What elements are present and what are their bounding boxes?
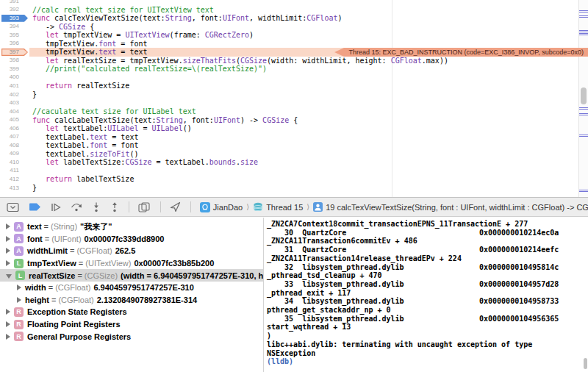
gutter-cell[interactable]: 391	[0, 0, 29, 6]
gutter-cell[interactable]: 408	[0, 141, 29, 150]
gutter-cell[interactable]: 398	[0, 57, 29, 65]
variable-row-exception-state-registers[interactable]: RException State Registers	[0, 306, 263, 318]
minimap-mark	[579, 135, 588, 137]
code-token: UITextView	[125, 31, 169, 39]
simulate-location-button[interactable]	[170, 201, 181, 212]
debug-view-hierarchy-button[interactable]	[138, 202, 151, 212]
variable-row-font[interactable]: Afont=(UIFont)0x00007fc339dd8900	[0, 233, 263, 246]
gutter-cell[interactable]: 394	[0, 23, 29, 32]
variable-row-realtextsize[interactable]: LrealTextSize=(CGSize)(width = 6.9404597…	[0, 269, 263, 282]
code-token: , font:	[183, 116, 214, 124]
console-line: 33 libsystem_pthread.dylib 0x00000001049…	[267, 280, 588, 289]
code-line-408[interactable]: 408textLabel.font = font	[0, 141, 578, 150]
code-line-413[interactable]: 413}	[0, 184, 578, 193]
variable-row-tmptextview[interactable]: LtmpTextView=(UITextView)0x00007fc33b85b…	[0, 257, 263, 270]
code-token: //print("calculated realTextSize=\(realT…	[46, 65, 267, 73]
step-into-button[interactable]	[92, 202, 101, 212]
code-line-406[interactable]: 406let textLabel:UILabel = UILabel()	[0, 124, 578, 133]
gutter-cell[interactable]: 406	[0, 124, 29, 133]
code-line-398[interactable]: 398let realTextSize = tmpTextView.sizeTh…	[0, 57, 578, 65]
lldb-prompt[interactable]: (lldb)	[267, 357, 588, 366]
variable-value: 0x00007fc339dd8900	[85, 235, 165, 243]
step-out-button[interactable]	[110, 202, 119, 212]
gutter-cell[interactable]: 392	[0, 6, 29, 15]
code-token: String	[165, 14, 192, 22]
code-line-404[interactable]: 404//caculate text size for UILabel text	[0, 107, 578, 116]
gutter-cell[interactable]: 399	[0, 65, 29, 74]
variable-type: (CGFloat)	[58, 296, 93, 304]
code-line-396[interactable]: 396tmpTextView.font = font	[0, 40, 578, 49]
code-line-402[interactable]: 402}	[0, 90, 578, 99]
gutter-cell[interactable]: 403	[0, 99, 29, 108]
editor-scrollbar-thumb[interactable]	[581, 87, 587, 104]
code-line-407[interactable]: 407textLabel.text = text	[0, 133, 578, 142]
disclosure-triangle-collapsed[interactable]	[6, 321, 10, 327]
source-editor[interactable]: 391392//calc real text size for UITextVi…	[0, 0, 588, 197]
hide-debug-area-button[interactable]	[7, 202, 19, 212]
editor-scrollbar-strip[interactable]	[578, 0, 588, 197]
minimap-mark	[579, 15, 588, 18]
code-line-392[interactable]: 392//calc real text size for UITextView …	[0, 6, 578, 15]
breadcrumb-app-name[interactable]: JianDao	[213, 203, 243, 212]
disclosure-triangle-collapsed[interactable]	[6, 236, 10, 242]
disclosure-triangle-collapsed[interactable]	[6, 334, 10, 340]
variable-row-text[interactable]: Atext=(String)"我来了"	[0, 221, 263, 233]
disclosure-triangle-collapsed[interactable]	[6, 260, 10, 266]
code-line-393[interactable]: 393func calcTexViewTextSize(text:String,…	[0, 14, 578, 23]
disclosure-triangle-collapsed[interactable]	[6, 309, 10, 315]
gutter-cell[interactable]: 410	[0, 158, 29, 167]
code-text	[29, 0, 578, 6]
code-line-405[interactable]: 405func calcLabelTextSize(text:String, f…	[0, 116, 578, 125]
gutter-cell[interactable]: 395	[0, 31, 29, 40]
variable-name: realTextSize	[29, 271, 75, 280]
gutter-cell[interactable]: 412	[0, 175, 29, 184]
variable-row-floating-point-registers[interactable]: RFloating Point Registers	[0, 318, 263, 331]
variable-name: width	[25, 283, 46, 292]
gutter-cell[interactable]: 400	[0, 74, 29, 82]
exception-annotation-badge[interactable]: Thread 15: EXC_BAD_INSTRUCTION (code=EXC…	[334, 48, 588, 57]
code-line-400[interactable]: 400	[0, 74, 578, 82]
gutter-cell[interactable]: 411	[0, 167, 29, 176]
breadcrumb-thread[interactable]: Thread 15	[266, 203, 303, 212]
variable-kind-badge: R	[14, 307, 24, 317]
gutter-cell[interactable]: 413	[0, 184, 29, 193]
gutter-cell[interactable]: 407	[0, 133, 29, 142]
breadcrumb-stack-frame[interactable]: 19 calcTexViewTextSize(String, font : UI…	[326, 203, 588, 212]
variables-view[interactable]: Atext=(String)"我来了"Afont=(UIFont)0x00007…	[0, 218, 263, 372]
gutter-cell[interactable]: 393	[0, 14, 29, 23]
continue-button[interactable]	[51, 203, 61, 212]
variable-row-widthlimit[interactable]: AwidthLimit=(CGFloat)262.5	[0, 245, 263, 257]
variable-row-width[interactable]: width=(CGFloat)6.9404597951747257E-310	[0, 282, 263, 294]
code-line-410[interactable]: 410let labelTextSize:CGSize = textLabel.…	[0, 158, 578, 167]
code-token: tmpTextView.	[46, 48, 98, 56]
variable-row-general-purpose-registers[interactable]: RGeneral Purpose Registers	[0, 330, 263, 343]
variable-row-height[interactable]: height=(CGFloat)2.1320849078927381E-314	[0, 294, 263, 307]
step-over-button[interactable]	[71, 202, 82, 212]
gutter-cell[interactable]: 404	[0, 107, 29, 116]
code-line-391[interactable]: 391	[0, 0, 578, 6]
line-number: 405	[0, 116, 19, 124]
breakpoints-toggle-button[interactable]	[29, 203, 41, 211]
code-line-411[interactable]: 411	[0, 167, 578, 176]
console-scrollbar-thumb[interactable]	[584, 358, 587, 369]
gutter-cell[interactable]: 397	[0, 48, 29, 57]
console-output[interactable]: _ZN2CA7Context18commit_transactionEPNS_1…	[264, 218, 588, 372]
gutter-cell[interactable]: 396	[0, 40, 29, 49]
disclosure-triangle-collapsed[interactable]	[6, 248, 10, 254]
code-line-395[interactable]: 395let tmpTextView = UITextView(frame: C…	[0, 31, 578, 40]
code-text	[29, 99, 578, 108]
code-line-399[interactable]: 399//print("calculated realTextSize=\(re…	[0, 65, 578, 74]
code-line-403[interactable]: 403	[0, 99, 578, 108]
gutter-cell[interactable]: 409	[0, 150, 29, 159]
disclosure-triangle-collapsed[interactable]	[17, 285, 21, 290]
code-line-409[interactable]: 409textLabel.sizeToFit()	[0, 150, 578, 159]
disclosure-triangle-collapsed[interactable]	[6, 223, 10, 229]
disclosure-triangle-expanded[interactable]	[6, 274, 12, 279]
gutter-cell[interactable]: 401	[0, 82, 29, 90]
gutter-cell[interactable]: 402	[0, 90, 29, 99]
gutter-cell[interactable]: 405	[0, 116, 29, 125]
disclosure-triangle-collapsed[interactable]	[17, 297, 21, 303]
code-line-394[interactable]: 394-> CGSize {	[0, 23, 578, 32]
code-line-401[interactable]: 401return realTextSize	[0, 82, 578, 90]
code-line-412[interactable]: 412return labelTextSize	[0, 175, 578, 184]
